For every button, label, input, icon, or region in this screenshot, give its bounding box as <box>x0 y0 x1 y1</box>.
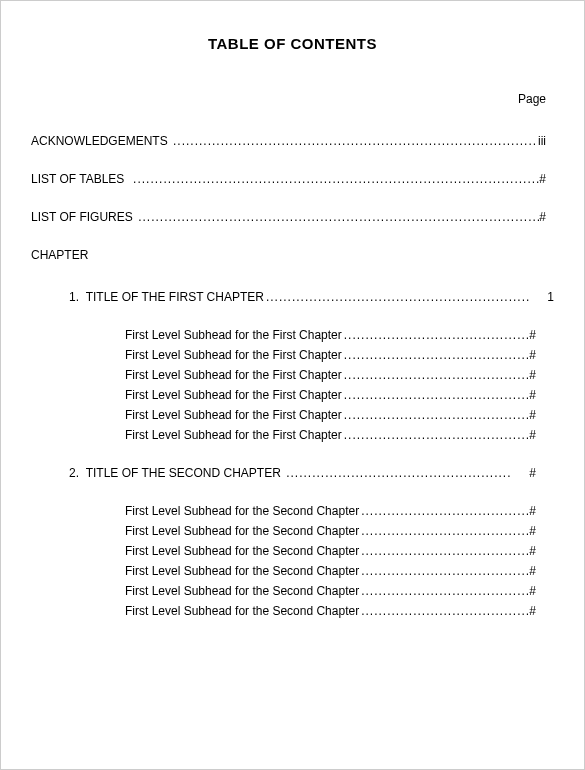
leader-dots <box>171 134 538 148</box>
document-title: TABLE OF CONTENTS <box>31 35 554 52</box>
chapter-number: 1. <box>69 290 79 304</box>
leader-dots <box>359 604 529 618</box>
toc-page-number: # <box>529 544 554 558</box>
toc-label: ACKNOWLEDGEMENTS <box>31 134 168 148</box>
leader-dots <box>359 504 529 518</box>
subhead-label: First Level Subhead for the Second Chapt… <box>125 604 359 618</box>
leader-dots <box>359 584 529 598</box>
toc-subhead: First Level Subhead for the First Chapte… <box>31 388 554 402</box>
leader-dots <box>342 348 530 362</box>
subhead-label: First Level Subhead for the First Chapte… <box>125 388 342 402</box>
toc-page-number: # <box>529 348 554 362</box>
leader-dots <box>136 210 539 224</box>
toc-page-number: # <box>539 172 554 186</box>
spacer <box>124 172 131 186</box>
subhead-label: First Level Subhead for the First Chapte… <box>125 368 342 382</box>
toc-chapter-title: 2. TITLE OF THE SECOND CHAPTER # <box>31 466 554 480</box>
toc-subhead: First Level Subhead for the Second Chapt… <box>31 584 554 598</box>
spacer <box>79 466 86 480</box>
toc-page-number: # <box>529 328 554 342</box>
toc-page-number: # <box>511 466 554 480</box>
toc-page-number: iii <box>538 134 554 148</box>
page-column-header: Page <box>31 92 554 106</box>
toc-subhead: First Level Subhead for the Second Chapt… <box>31 544 554 558</box>
toc-page-number: # <box>529 524 554 538</box>
toc-subhead: First Level Subhead for the First Chapte… <box>31 408 554 422</box>
leader-dots <box>342 408 530 422</box>
toc-subhead: First Level Subhead for the Second Chapt… <box>31 524 554 538</box>
subhead-label: First Level Subhead for the First Chapte… <box>125 408 342 422</box>
toc-subhead: First Level Subhead for the First Chapte… <box>31 428 554 442</box>
toc-chapter-title: 1. TITLE OF THE FIRST CHAPTER 1 <box>31 290 554 304</box>
subhead-label: First Level Subhead for the Second Chapt… <box>125 524 359 538</box>
leader-dots <box>342 328 530 342</box>
toc-page-number: # <box>529 408 554 422</box>
toc-page-number: # <box>529 504 554 518</box>
toc-entry-acknowledgements: ACKNOWLEDGEMENTS iii <box>31 134 554 148</box>
leader-dots <box>359 564 529 578</box>
subhead-label: First Level Subhead for the First Chapte… <box>125 348 342 362</box>
leader-dots <box>359 544 529 558</box>
toc-subhead: First Level Subhead for the First Chapte… <box>31 348 554 362</box>
toc-subhead: First Level Subhead for the First Chapte… <box>31 328 554 342</box>
leader-dots <box>342 388 530 402</box>
toc-entry-list-of-tables: LIST OF TABLES # <box>31 172 554 186</box>
chapter-heading: CHAPTER <box>31 248 554 262</box>
toc-page-number: # <box>529 368 554 382</box>
toc-page-number: # <box>529 388 554 402</box>
toc-page-number: # <box>529 564 554 578</box>
leader-dots <box>284 466 511 480</box>
subhead-label: First Level Subhead for the Second Chapt… <box>125 504 359 518</box>
subhead-label: First Level Subhead for the Second Chapt… <box>125 584 359 598</box>
chapter-title-text: TITLE OF THE SECOND CHAPTER <box>86 466 281 480</box>
leader-dots <box>264 290 529 304</box>
toc-subhead: First Level Subhead for the First Chapte… <box>31 368 554 382</box>
leader-dots <box>131 172 539 186</box>
toc-subhead: First Level Subhead for the Second Chapt… <box>31 504 554 518</box>
toc-entry-list-of-figures: LIST OF FIGURES # <box>31 210 554 224</box>
subhead-label: First Level Subhead for the Second Chapt… <box>125 544 359 558</box>
toc-page-number: # <box>539 210 554 224</box>
toc-page-number: # <box>529 428 554 442</box>
toc-page-number: # <box>529 584 554 598</box>
leader-dots <box>342 428 530 442</box>
toc-label: LIST OF TABLES <box>31 172 124 186</box>
subhead-label: First Level Subhead for the First Chapte… <box>125 428 342 442</box>
subhead-label: First Level Subhead for the Second Chapt… <box>125 564 359 578</box>
subhead-label: First Level Subhead for the First Chapte… <box>125 328 342 342</box>
chapter-number: 2. <box>69 466 79 480</box>
spacer <box>79 290 86 304</box>
chapter-title-text: TITLE OF THE FIRST CHAPTER <box>86 290 264 304</box>
toc-subhead: First Level Subhead for the Second Chapt… <box>31 604 554 618</box>
toc-page-number: 1 <box>529 290 554 304</box>
toc-label: LIST OF FIGURES <box>31 210 133 224</box>
toc-subhead: First Level Subhead for the Second Chapt… <box>31 564 554 578</box>
leader-dots <box>342 368 530 382</box>
leader-dots <box>359 524 529 538</box>
toc-page-number: # <box>529 604 554 618</box>
